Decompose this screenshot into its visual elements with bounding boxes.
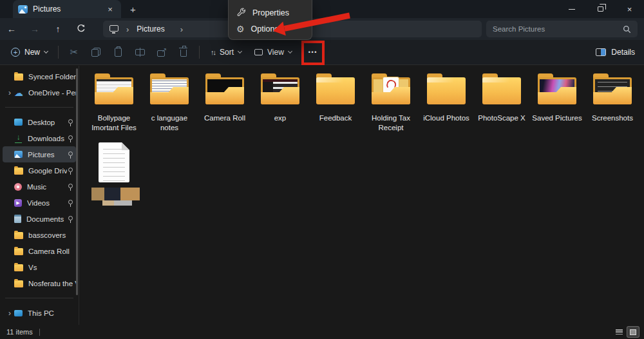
sidebar-item-onedrive-perso[interactable]: ›OneDrive - Perso <box>3 84 76 101</box>
folder-icon <box>426 73 467 106</box>
folder-label: Saved Pictures <box>532 113 582 123</box>
folder-body <box>427 77 466 104</box>
sidebar-item-music[interactable]: Music <box>3 179 76 195</box>
redaction-block <box>102 200 114 206</box>
sidebar-item-pictures[interactable]: Pictures <box>3 146 76 162</box>
sort-button[interactable]: ↑↓ Sort <box>204 43 248 61</box>
sidebar-item-basscovers[interactable]: basscovers <box>3 227 76 243</box>
sidebar-item-videos[interactable]: Videos <box>3 195 76 211</box>
sidebar-item-documents[interactable]: Documents <box>3 211 76 227</box>
sidebar-item-camera-roll[interactable]: Camera Roll <box>3 243 76 259</box>
cut-icon <box>70 46 79 58</box>
tab-label: Pictures <box>33 5 104 14</box>
sidebar-scrollbar[interactable] <box>76 68 78 295</box>
menu-item-options[interactable]: ⚙ Options <box>229 21 312 37</box>
maximize-button[interactable] <box>586 0 615 18</box>
sidebar-item-label: Desktop <box>28 119 67 126</box>
breadcrumb-location[interactable]: Pictures <box>137 24 164 34</box>
folder-item-camera-roll[interactable]: Camera Roll <box>197 72 252 132</box>
sidebar-item-synced-folders[interactable]: Synced Folders <box>3 68 76 84</box>
folder-item-c-langugae-notes[interactable]: c langugae notes <box>142 72 197 132</box>
back-button[interactable]: ← <box>0 24 23 34</box>
folder-item-feedback[interactable]: Feedback <box>308 72 363 132</box>
download-icon <box>14 134 23 142</box>
view-button-label: View <box>267 48 284 57</box>
toolbar-divider <box>199 46 200 59</box>
delete-button[interactable] <box>173 43 194 61</box>
rename-button[interactable] <box>129 43 151 61</box>
chevron-right-icon[interactable]: › <box>5 309 14 318</box>
folder-item-saved-pictures[interactable]: Saved Pictures <box>529 72 585 132</box>
new-button-label: New <box>24 48 40 57</box>
tab-close-icon[interactable]: × <box>104 5 116 14</box>
see-more-button[interactable]: ••• <box>303 45 323 59</box>
close-button[interactable]: × <box>615 0 644 18</box>
up-button[interactable]: ↑ <box>46 24 70 34</box>
search-box[interactable]: Search Pictures <box>486 21 638 37</box>
file-item-redacted[interactable] <box>86 139 142 206</box>
folder-label: Bollypage Imortant Files <box>87 113 141 132</box>
search-icon <box>623 25 631 34</box>
redaction-block <box>120 188 140 200</box>
details-button[interactable]: Details <box>611 48 635 57</box>
sidebar-item-nosferatu-the-va[interactable]: Nosferatu the Va <box>3 275 76 291</box>
music-icon <box>14 183 22 191</box>
sidebar-item-label: This PC <box>28 309 76 317</box>
sidebar-item-google-drive[interactable]: Google Drive <box>3 162 76 179</box>
sidebar-item-vs[interactable]: Vs <box>3 259 76 275</box>
minimize-button[interactable] <box>557 0 586 18</box>
folder-sm-icon <box>14 168 23 175</box>
thumbnail-view-icon <box>630 329 636 335</box>
details-view-toggle[interactable] <box>613 327 625 337</box>
rename-icon <box>135 49 145 55</box>
view-button[interactable]: View <box>248 43 298 61</box>
folder-sm-icon <box>14 248 23 255</box>
folder-sm-icon <box>14 264 23 271</box>
folder-item-holding-tax-receipt[interactable]: Holding Tax Receipt <box>363 72 419 132</box>
folder-item-exp[interactable]: exp <box>252 72 308 132</box>
redaction-block <box>114 200 132 206</box>
delete-icon <box>180 50 187 57</box>
thumbnail-view-toggle[interactable] <box>627 327 639 337</box>
folder-icon <box>370 73 412 106</box>
sidebar-item-label: Synced Folders <box>28 73 76 81</box>
folder-item-screenshots[interactable]: Screenshots <box>585 72 640 132</box>
folder-icon <box>592 73 633 106</box>
share-icon <box>157 48 166 57</box>
folder-icon <box>260 73 301 106</box>
folder-sm-icon <box>14 232 23 239</box>
folder-body <box>482 77 521 104</box>
search-placeholder: Search Pictures <box>493 25 623 33</box>
share-button[interactable] <box>151 43 173 61</box>
cloud-icon <box>14 87 23 99</box>
refresh-button[interactable] <box>70 24 93 35</box>
folder-label: Screenshots <box>592 113 633 123</box>
folder-item-bollypage-imortant-files[interactable]: Bollypage Imortant Files <box>86 72 142 132</box>
paste-button[interactable] <box>107 43 129 61</box>
cut-button[interactable] <box>63 43 85 61</box>
new-tab-button[interactable]: + <box>130 0 136 18</box>
tab-pictures[interactable]: Pictures × <box>13 0 121 18</box>
folder-item-icloud-photos[interactable]: iCloud Photos <box>419 72 474 132</box>
copy-button[interactable] <box>85 43 107 61</box>
sidebar-item-label: Videos <box>27 199 67 207</box>
status-bar: 11 items <box>0 325 644 339</box>
sidebar-item-desktop[interactable]: Desktop <box>3 114 76 130</box>
sidebar-item-label: Music <box>27 183 67 191</box>
redacted-filename <box>88 188 140 206</box>
forward-button[interactable]: → <box>23 24 46 34</box>
pin-icon <box>67 135 73 142</box>
chevron-right-icon[interactable]: › <box>5 88 14 97</box>
sidebar-item-label: OneDrive - Perso <box>28 89 76 97</box>
folder-label: exp <box>274 113 287 123</box>
new-button[interactable]: + New <box>5 43 53 61</box>
wrench-icon <box>236 8 246 17</box>
menu-item-label: Options <box>251 24 279 34</box>
sidebar-item-downloads[interactable]: Downloads <box>3 130 76 146</box>
titlebar: Pictures × + × <box>0 0 644 18</box>
breadcrumb-chevron-icon: › <box>180 24 183 34</box>
folder-item-photoscape-x[interactable]: PhotoScape X <box>474 72 529 132</box>
sidebar-item-this-pc[interactable]: ›This PC <box>3 305 76 321</box>
folder-label: Feedback <box>319 113 352 123</box>
menu-item-properties[interactable]: Properties <box>229 5 312 21</box>
